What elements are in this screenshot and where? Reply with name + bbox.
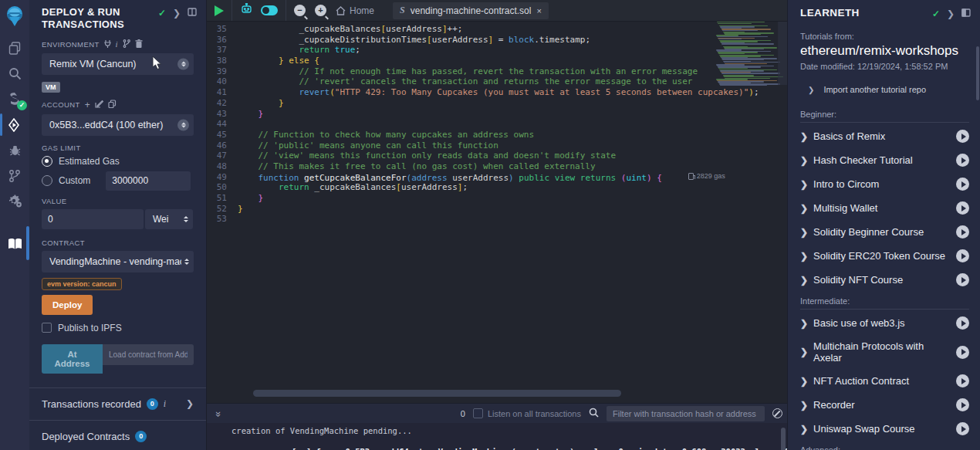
zoom-out-icon[interactable]: − xyxy=(294,5,306,16)
tab-vending-machine-contract[interactable]: S vending-machine-contract.sol × xyxy=(393,2,549,19)
chevron-updown-icon xyxy=(177,58,189,69)
estimated-gas-radio[interactable]: Estimated Gas xyxy=(42,156,194,167)
play-tutorial-button[interactable] xyxy=(956,273,969,286)
code-line: 51 } xyxy=(207,193,787,204)
publish-ipfs-row[interactable]: Publish to IPFS xyxy=(42,323,194,333)
at-address-button[interactable]: At Address xyxy=(42,344,103,374)
tutorial-item-label: Multichain Protocols with Axelar xyxy=(813,340,951,364)
value-label: VALUE xyxy=(42,197,194,205)
chevron-right-icon: ❯ xyxy=(800,131,808,142)
info-icon[interactable]: i xyxy=(164,398,166,410)
contract-select[interactable]: VendingMachine - vending-machin xyxy=(42,251,194,272)
tutorial-item[interactable]: ❯NFT Auction Contract xyxy=(800,369,969,393)
tutorial-item[interactable]: ❯Multichain Protocols with Axelar xyxy=(800,335,969,369)
custom-gas-input[interactable] xyxy=(106,171,191,191)
tutorial-item-label: Multisig Wallet xyxy=(813,202,877,214)
panel-expand-icon[interactable]: ❯ xyxy=(173,8,181,19)
panel-pin-icon[interactable] xyxy=(188,8,197,19)
play-tutorial-button[interactable] xyxy=(956,374,969,387)
deploy-and-run-icon[interactable] xyxy=(0,112,29,137)
account-select[interactable]: 0x5B3...eddC4 (100 ether) xyxy=(42,114,194,136)
play-tutorial-button[interactable] xyxy=(956,201,969,215)
terminal-search-icon[interactable] xyxy=(589,408,599,420)
listen-checkbox[interactable] xyxy=(473,408,483,418)
play-tutorial-button[interactable] xyxy=(956,316,969,330)
panel-check-icon: ✓ xyxy=(158,8,166,19)
tutorial-item[interactable]: ❯Basics of Remix xyxy=(800,124,969,148)
play-tutorial-button[interactable] xyxy=(956,178,969,191)
tutorial-item[interactable]: ❯Solidity ERC20 Token Course xyxy=(800,244,969,268)
terminal-expand-icon[interactable]: » xyxy=(213,408,225,419)
listen-all-transactions[interactable]: Listen on all transactions xyxy=(473,408,581,418)
contract-label: CONTRACT xyxy=(42,239,194,247)
editor-hscrollbar[interactable] xyxy=(253,390,671,397)
play-tutorial-button[interactable] xyxy=(956,225,969,239)
play-tutorial-button[interactable] xyxy=(956,422,969,435)
code-line: 48 // This makes it free to call (no gas… xyxy=(207,161,787,172)
learneth-plugin-icon[interactable] xyxy=(0,231,29,256)
solidity-compiler-icon[interactable]: ✓ xyxy=(0,86,29,112)
code-line: 47 // 'view' means this function only re… xyxy=(207,151,787,161)
editor-column: − + Home S vending-machine-contract.sol … xyxy=(207,0,787,450)
play-tutorial-button[interactable] xyxy=(956,154,969,167)
fork-icon[interactable] xyxy=(123,39,130,49)
clear-console-icon[interactable] xyxy=(772,408,782,418)
search-icon[interactable] xyxy=(0,61,29,86)
editor-vscrollbar[interactable] xyxy=(778,22,787,85)
play-tutorial-button[interactable] xyxy=(956,346,969,359)
chevron-right-icon[interactable]: ❯ xyxy=(186,398,194,409)
learneth-scrollbar[interactable] xyxy=(976,46,979,100)
delete-environment-icon[interactable] xyxy=(135,39,143,49)
file-explorer-icon[interactable] xyxy=(0,36,29,61)
copilot-toggle[interactable] xyxy=(261,5,278,15)
tutorial-item[interactable]: ❯Solidity Beginner Course xyxy=(800,220,969,244)
play-tutorial-button[interactable] xyxy=(956,249,969,262)
value-unit-select[interactable]: Wei xyxy=(145,209,193,229)
remix-logo-icon[interactable] xyxy=(0,0,29,32)
run-script-button[interactable] xyxy=(215,5,224,16)
debugger-icon[interactable] xyxy=(0,137,29,163)
tutorial-item[interactable]: ❯Hash Checker Tutorial xyxy=(800,148,969,172)
chevron-right-icon: ❯ xyxy=(800,155,808,166)
publish-ipfs-checkbox[interactable] xyxy=(42,323,52,333)
home-tab[interactable]: Home xyxy=(336,5,374,16)
play-tutorial-button[interactable] xyxy=(956,398,969,411)
terminal-output[interactable]: creation of VendingMachine pending... [v… xyxy=(207,423,787,450)
at-address-input[interactable] xyxy=(103,344,194,365)
chevron-updown-icon xyxy=(184,216,188,222)
terminal-filter-input[interactable] xyxy=(607,406,765,421)
zoom-in-icon[interactable]: + xyxy=(315,5,326,16)
chevron-right-icon: ❯ xyxy=(800,203,808,214)
tutorial-item[interactable]: ❯Multisig Wallet xyxy=(800,196,969,220)
tutorial-item[interactable]: ❯Intro to Circom xyxy=(800,172,969,196)
tutorial-item[interactable]: ❯Uniswap Swap Course xyxy=(800,417,969,441)
info-icon[interactable]: i xyxy=(116,39,118,49)
remix-ide-window: ✓ xyxy=(0,0,980,450)
tutorial-item[interactable]: ❯Recorder xyxy=(800,393,969,417)
plug-icon[interactable] xyxy=(104,39,111,49)
source-control-icon[interactable] xyxy=(0,163,29,188)
play-tutorial-button[interactable] xyxy=(956,130,969,143)
tutorial-item[interactable]: ❯Basic use of web3.js xyxy=(800,311,969,335)
edit-account-icon[interactable] xyxy=(95,100,103,110)
code-line: 37 return true; xyxy=(207,45,787,56)
deploy-button[interactable]: Deploy xyxy=(42,295,93,315)
tutorial-item-label: Intro to Circom xyxy=(813,178,879,190)
terminal-scrollbar[interactable] xyxy=(781,428,786,450)
import-tutorial-repo[interactable]: ❯ Import another tutorial repo xyxy=(800,71,968,105)
tutorial-item[interactable]: ❯Solidity NFT Course xyxy=(800,268,969,292)
value-input[interactable] xyxy=(42,209,144,229)
close-tab-icon[interactable]: × xyxy=(536,6,541,15)
ai-copilot-icon[interactable] xyxy=(240,3,253,18)
settings-icon[interactable] xyxy=(0,188,29,214)
editor-minimap[interactable] xyxy=(713,22,776,88)
environment-select[interactable]: Remix VM (Cancun) xyxy=(42,53,194,75)
transactions-recorded-row[interactable]: Transactions recorded 0 i ❯ xyxy=(29,387,206,420)
add-account-icon[interactable]: + xyxy=(85,100,90,110)
custom-gas-radio[interactable]: Custom xyxy=(42,171,194,191)
code-editor[interactable]: 35 _cupcakeBalances[userAddress]++;36 _c… xyxy=(207,22,787,403)
panel-expand-icon[interactable]: ❯ xyxy=(947,8,955,19)
copy-account-icon[interactable] xyxy=(108,100,117,110)
icon-rail: ✓ xyxy=(0,0,29,450)
panel-pin-icon[interactable] xyxy=(961,8,971,19)
